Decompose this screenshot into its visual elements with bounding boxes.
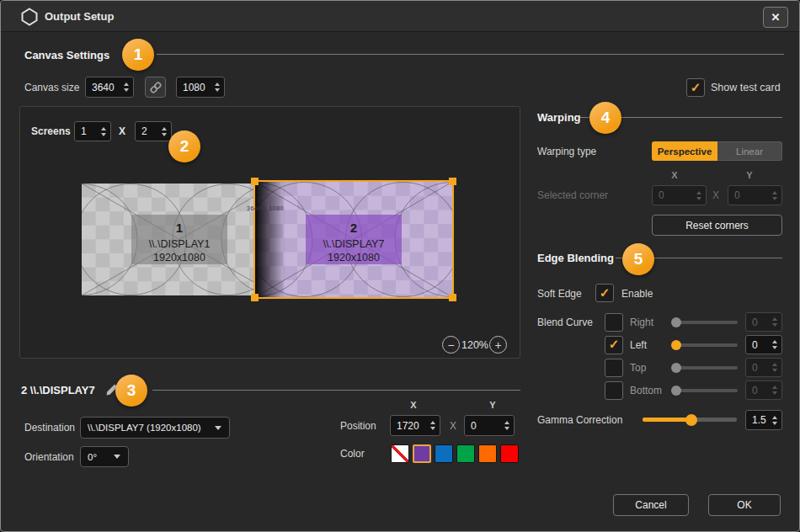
gamma-slider[interactable] xyxy=(643,410,737,429)
blend-top-label: Top xyxy=(630,362,665,374)
position-x-value: 1720 xyxy=(397,416,429,435)
display-2-preview[interactable]: 2 \\.\DISPLAY7 1920x1080 xyxy=(253,180,454,299)
warping-perspective-button[interactable]: Perspective xyxy=(652,141,717,161)
blend-row-bottom: Bottom 0 xyxy=(605,380,782,400)
corner-handle-top-left[interactable] xyxy=(251,178,259,185)
blend-row-right: Right 0 xyxy=(605,312,782,332)
orientation-dropdown[interactable]: 0° xyxy=(80,446,129,467)
close-button[interactable]: ✕ xyxy=(763,7,788,28)
position-x-header: X xyxy=(407,400,420,410)
position-x-arrows[interactable] xyxy=(429,416,437,435)
slider-thumb[interactable] xyxy=(671,340,681,350)
screens-cols-stepper[interactable]: 1 xyxy=(74,121,111,141)
cancel-button[interactable]: Cancel xyxy=(613,494,689,516)
ok-button[interactable]: OK xyxy=(708,494,781,516)
slider-thumb[interactable] xyxy=(671,317,681,327)
close-icon: ✕ xyxy=(771,11,781,24)
color-swatch-purple[interactable] xyxy=(413,444,431,463)
link-dimensions-button[interactable] xyxy=(145,77,166,98)
selected-corner-label: Selected corner xyxy=(537,185,608,205)
step-badge-2: 2 xyxy=(168,130,200,162)
canvas-width-arrows[interactable] xyxy=(122,77,131,97)
blend-bottom-checkbox[interactable] xyxy=(605,381,623,400)
chevron-down-icon xyxy=(215,426,221,430)
minus-icon: − xyxy=(447,339,454,351)
blend-right-stepper: 0 xyxy=(745,312,782,332)
display-2-number: 2 xyxy=(350,221,357,235)
blend-curve-label: Blend Curve xyxy=(537,312,593,332)
screens-cols-arrows[interactable] xyxy=(99,122,108,141)
edge-blending-title: Edge Blending xyxy=(537,252,614,264)
gamma-stepper[interactable]: 1.5 xyxy=(745,410,782,430)
blend-left-label: Left xyxy=(630,339,665,351)
gamma-value: 1.5 xyxy=(752,411,771,429)
display-section-divider xyxy=(152,390,520,391)
color-swatch-green[interactable] xyxy=(456,444,475,463)
blend-top-checkbox[interactable] xyxy=(605,359,623,377)
canvas-settings-title: Canvas Settings xyxy=(24,49,109,61)
blend-right-checkbox[interactable] xyxy=(605,313,623,332)
color-swatch-red[interactable] xyxy=(500,444,519,463)
blend-left-slider[interactable] xyxy=(672,335,738,354)
orientation-label: Orientation xyxy=(24,446,74,467)
color-swatch-none[interactable] xyxy=(391,444,409,463)
position-x-stepper[interactable]: 1720 xyxy=(390,415,440,436)
display-1-number: 1 xyxy=(176,221,183,235)
warping-title: Warping xyxy=(537,111,581,124)
zoom-out-button[interactable]: − xyxy=(442,336,460,354)
soft-edge-enable-checkbox[interactable]: ✓ xyxy=(595,284,614,302)
zoom-in-button[interactable]: + xyxy=(489,336,507,354)
slider-thumb[interactable] xyxy=(685,414,697,426)
display-1-device: \\.\DISPLAY1 xyxy=(149,238,211,250)
blend-bottom-label: Bottom xyxy=(630,385,665,396)
screens-rows-arrows[interactable] xyxy=(160,122,168,141)
display-2-test-card: 2 \\.\DISPLAY7 1920x1080 xyxy=(255,182,452,297)
position-label: Position xyxy=(340,415,376,436)
chevron-down-icon xyxy=(114,455,120,459)
corner-handle-bottom-left[interactable] xyxy=(251,294,259,301)
corner-y-header: Y xyxy=(743,170,756,180)
color-swatch-blue[interactable] xyxy=(435,444,453,463)
titlebar: Output Setup ✕ xyxy=(1,1,799,32)
slider-thumb[interactable] xyxy=(671,363,681,373)
corner-x-header: X xyxy=(668,170,681,180)
screens-label: Screens xyxy=(31,121,71,141)
canvas-height-stepper[interactable]: 1080 xyxy=(176,77,225,98)
warping-linear-button[interactable]: Linear xyxy=(717,141,782,161)
color-swatch-orange[interactable] xyxy=(478,444,497,463)
blend-row-top: Top 0 xyxy=(605,358,782,377)
canvas-dimension-label: 3640 x 1080 xyxy=(247,205,284,211)
reset-corners-button[interactable]: Reset corners xyxy=(652,215,782,236)
display-1-test-card: 1 \\.\DISPLAY1 1920x1080 xyxy=(82,184,277,295)
position-y-stepper[interactable]: 0 xyxy=(464,415,515,436)
slider-thumb[interactable] xyxy=(671,386,681,396)
destination-dropdown[interactable]: \\.\DISPLAY7 (1920x1080) xyxy=(80,417,230,439)
position-y-arrows[interactable] xyxy=(503,416,511,435)
corner-x-value: 0 xyxy=(659,186,695,205)
soft-edge-label: Soft Edge xyxy=(537,284,582,303)
corner-handle-bottom-right[interactable] xyxy=(449,294,456,301)
corner-handle-top-right[interactable] xyxy=(449,178,456,185)
canvas-width-stepper[interactable]: 3640 xyxy=(85,77,134,98)
dialog-title: Output Setup xyxy=(45,10,114,23)
step-badge-3: 3 xyxy=(115,375,147,407)
display-1-preview[interactable]: 1 \\.\DISPLAY1 1920x1080 xyxy=(82,184,277,295)
blend-left-checkbox[interactable]: ✓ xyxy=(605,336,623,354)
destination-value: \\.\DISPLAY7 (1920x1080) xyxy=(88,423,201,433)
canvas-height-arrows[interactable] xyxy=(213,77,221,97)
blend-left-stepper[interactable]: 0 xyxy=(745,335,782,354)
screens-panel: Screens 1 X 2 xyxy=(19,106,520,359)
display-section-title: 2 \\.\DISPLAY7 xyxy=(21,384,95,396)
screens-rows-stepper[interactable]: 2 xyxy=(135,121,172,141)
position-y-value: 0 xyxy=(471,416,503,435)
show-test-card-checkbox[interactable]: ✓ xyxy=(686,78,705,97)
gamma-correction-label: Gamma Correction xyxy=(537,409,622,430)
position-y-header: Y xyxy=(486,400,499,410)
zoom-level-label: 120% xyxy=(461,336,489,354)
app-logo-icon xyxy=(21,8,38,26)
blend-top-stepper: 0 xyxy=(745,358,782,377)
corner-separator: X xyxy=(712,185,719,205)
warping-type-segmented: Perspective Linear xyxy=(652,141,782,161)
blend-bottom-stepper: 0 xyxy=(745,380,782,400)
blend-row-left: ✓ Left 0 xyxy=(605,335,782,354)
